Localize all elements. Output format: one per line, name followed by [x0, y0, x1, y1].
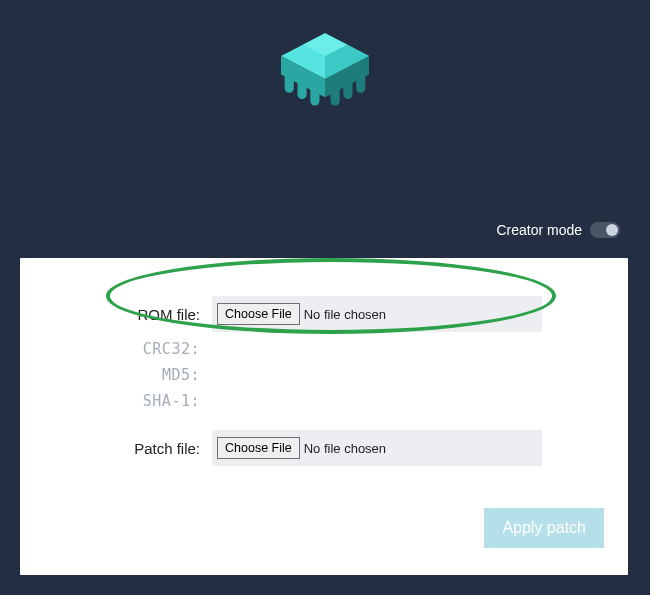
- rom-file-input[interactable]: Choose File No file chosen: [212, 296, 542, 332]
- sha1-label: SHA-1:: [44, 392, 212, 410]
- patch-file-status: No file chosen: [304, 441, 386, 456]
- main-panel: ROM file: Choose File No file chosen CRC…: [20, 258, 628, 575]
- chip-icon: [270, 24, 380, 134]
- patch-file-row: Patch file: Choose File No file chosen: [44, 430, 604, 466]
- crc32-label: CRC32:: [44, 340, 212, 358]
- hash-block: CRC32: MD5: SHA-1:: [44, 336, 604, 414]
- actions-row: Apply patch: [44, 508, 604, 548]
- rom-file-label: ROM file:: [44, 306, 212, 323]
- creator-mode-row: Creator mode: [496, 222, 620, 238]
- patch-choose-button[interactable]: Choose File: [217, 437, 300, 459]
- patch-file-input[interactable]: Choose File No file chosen: [212, 430, 542, 466]
- rom-file-status: No file chosen: [304, 307, 386, 322]
- creator-mode-label: Creator mode: [496, 222, 582, 238]
- rom-choose-button[interactable]: Choose File: [217, 303, 300, 325]
- patch-file-label: Patch file:: [44, 440, 212, 457]
- app-logo: [0, 0, 650, 138]
- rom-file-row: ROM file: Choose File No file chosen: [44, 296, 604, 332]
- toggle-knob: [606, 224, 618, 236]
- creator-mode-toggle[interactable]: [590, 222, 620, 238]
- apply-patch-button[interactable]: Apply patch: [484, 508, 604, 548]
- md5-label: MD5:: [44, 366, 212, 384]
